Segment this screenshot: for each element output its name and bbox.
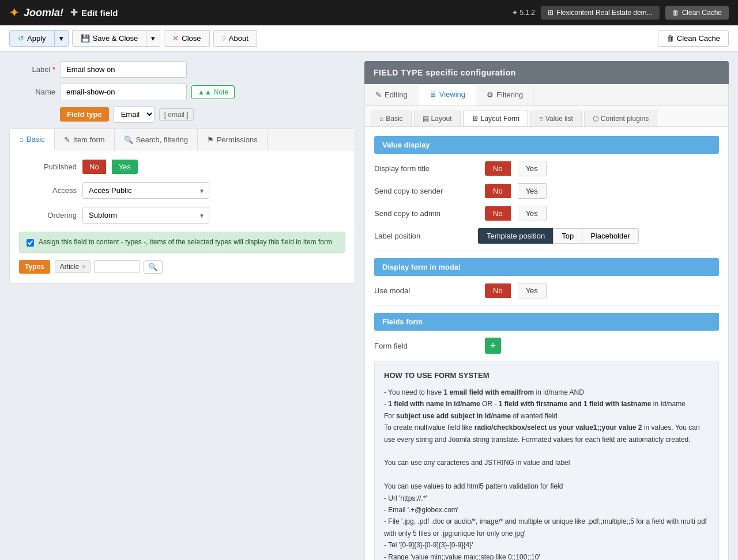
- search-icon: 🔍: [124, 135, 133, 144]
- display-form-title-yes[interactable]: Yes: [518, 161, 547, 176]
- ordering-label: Ordering: [19, 211, 77, 220]
- inner-tab-bar: ⌂ Basic ✎ Item form 🔍 Search, filtering …: [10, 129, 355, 150]
- pos-template-btn[interactable]: Template position: [478, 228, 553, 244]
- send-copy-sender-label: Send copy to sender: [374, 187, 478, 195]
- clean-cache-toolbar-button[interactable]: 🗑 Clean Cache: [658, 30, 729, 47]
- joomla-star-icon: ✦: [9, 6, 19, 20]
- sub-tab-content-plugins-label: Content plugins: [601, 115, 649, 123]
- save-close-dropdown-button[interactable]: ▾: [146, 30, 160, 47]
- types-label: Types: [19, 260, 50, 274]
- types-row: Types Article × 🔍: [19, 260, 345, 274]
- note-button[interactable]: ▲▲ Note: [191, 85, 235, 99]
- add-form-field-button[interactable]: +: [485, 338, 501, 354]
- published-no-button[interactable]: No: [82, 160, 106, 174]
- version-label: ✦ 5.1.2: [512, 9, 535, 17]
- external-link-icon: ⊞: [548, 9, 554, 17]
- display-modal-header: Display form in modal: [374, 258, 719, 276]
- basic-tab-content: Published No Yes Access Accès Public Ord…: [10, 150, 355, 283]
- label-input[interactable]: [60, 61, 187, 78]
- pos-top-btn[interactable]: Top: [553, 228, 582, 244]
- sub-tab-value-list-label: Value list: [545, 115, 573, 123]
- send-copy-sender-yes[interactable]: Yes: [518, 183, 547, 199]
- note-label: Note: [214, 88, 228, 96]
- sub-tab-layout-label: Layout: [431, 115, 452, 123]
- published-yes-button[interactable]: Yes: [112, 160, 138, 174]
- close-x-icon: ✕: [172, 34, 179, 43]
- apply-dropdown-button[interactable]: ▾: [55, 30, 69, 47]
- sub-tab-content-plugins[interactable]: ⬡ Content plugins: [584, 111, 657, 126]
- send-copy-admin-row: Send copy to admin No Yes: [374, 206, 719, 221]
- label-required: *: [52, 65, 55, 74]
- article-tag-close[interactable]: ×: [81, 263, 85, 271]
- form-field-label: Form field: [374, 342, 478, 350]
- notice-checkbox[interactable]: [27, 239, 34, 247]
- sub-tab-layout[interactable]: ▤ Layout: [414, 111, 461, 126]
- topbar-clean-cache-button[interactable]: 🗑 Clean Cache: [665, 6, 729, 20]
- sub-tab-layout-form-label: Layout Form: [481, 115, 519, 123]
- name-input[interactable]: [60, 84, 187, 100]
- send-copy-sender-row: Send copy to sender No Yes: [374, 183, 719, 199]
- save-icon: 💾: [81, 34, 90, 43]
- sub-value-list-icon: ≡: [539, 115, 543, 123]
- send-copy-admin-label: Send copy to admin: [374, 209, 478, 218]
- apply-icon: ↺: [18, 34, 24, 43]
- sub-tab-basic[interactable]: ⌂ Basic: [371, 111, 412, 126]
- pos-placeholder-btn[interactable]: Placeholder: [582, 228, 639, 244]
- howto-line5: You can use any caracteres and JSTRING i…: [384, 457, 709, 468]
- send-copy-admin-yes[interactable]: Yes: [518, 206, 547, 221]
- apply-button[interactable]: ↺ Apply: [9, 30, 55, 47]
- howto-line2: - 1 field with name in id/name OR - 1 fi…: [384, 398, 709, 410]
- toolbar-right: 🗑 Clean Cache: [658, 30, 729, 47]
- toolbar-left: ↺ Apply ▾ 💾 Save & Close ▾ ✕ Close ? Abo…: [9, 30, 257, 47]
- topbar-site-button[interactable]: ⊞ Flexicontent Real Estate dem...: [541, 6, 660, 20]
- label-field-label: Label *: [9, 65, 55, 74]
- types-search-input[interactable]: [94, 260, 140, 273]
- send-copy-sender-no[interactable]: No: [485, 184, 511, 198]
- use-modal-label: Use modal: [374, 286, 478, 295]
- topbar-page-title: Edit field: [81, 8, 118, 18]
- tab-basic-label: Basic: [27, 135, 45, 143]
- save-close-button[interactable]: 💾 Save & Close: [72, 30, 147, 47]
- display-form-title-no[interactable]: No: [485, 161, 511, 176]
- use-modal-yes[interactable]: Yes: [518, 283, 547, 298]
- display-form-title-row: Display form title No Yes: [374, 161, 719, 176]
- field-type-badge: Field type: [60, 107, 109, 122]
- shield-icon: ⚑: [207, 135, 214, 144]
- access-select[interactable]: Accès Public: [82, 182, 209, 199]
- tab-filtering[interactable]: ⚙ Filtering: [476, 84, 534, 105]
- about-label: About: [229, 34, 248, 43]
- sub-tab-value-list[interactable]: ≡ Value list: [530, 111, 582, 126]
- access-row: Access Accès Public: [19, 182, 345, 199]
- email-select[interactable]: Email: [114, 106, 155, 123]
- tab-permissions-label: Permissions: [217, 135, 258, 144]
- left-panel: Label * Name ▲▲ Note Field type Email [ …: [9, 61, 355, 560]
- send-copy-admin-no[interactable]: No: [485, 206, 511, 221]
- sub-tab-basic-label: Basic: [386, 115, 402, 123]
- tab-search-filtering[interactable]: 🔍 Search, filtering: [115, 129, 198, 150]
- name-row: Name ▲▲ Note: [9, 84, 355, 100]
- topbar-clean-cache-label: Clean Cache: [682, 9, 722, 17]
- use-modal-no[interactable]: No: [485, 283, 511, 298]
- close-button[interactable]: ✕ Close: [164, 30, 209, 47]
- right-panel-header: FIELD TYPE specific configuration: [364, 61, 729, 84]
- notice-box: Assign this field to content - types -, …: [19, 232, 345, 253]
- ordering-select[interactable]: Subform: [82, 207, 209, 224]
- topbar-trash-icon: 🗑: [672, 9, 679, 17]
- tab-item-form[interactable]: ✎ Item form: [55, 129, 115, 150]
- about-button[interactable]: ? About: [213, 30, 257, 47]
- sub-plugins-icon: ⬡: [593, 115, 598, 123]
- sub-basic-icon: ⌂: [379, 115, 383, 123]
- email-type-badge: [ email ]: [159, 108, 194, 121]
- tab-editing[interactable]: ✎ Editing: [365, 84, 419, 105]
- tab-permissions[interactable]: ⚑ Permissions: [198, 129, 268, 150]
- tab-viewing-label: Viewing: [439, 90, 465, 99]
- published-row: Published No Yes: [19, 160, 345, 174]
- ordering-row: Ordering Subform: [19, 207, 345, 224]
- label-position-label: Label position: [374, 232, 478, 240]
- tab-viewing[interactable]: 🖥 Viewing: [419, 84, 476, 105]
- types-search-button[interactable]: 🔍: [144, 260, 163, 274]
- types-tags-area: Article × 🔍: [55, 260, 163, 274]
- tab-basic[interactable]: ⌂ Basic: [10, 129, 55, 150]
- published-label: Published: [19, 162, 77, 171]
- sub-tab-layout-form[interactable]: 🖥 Layout Form: [463, 111, 528, 126]
